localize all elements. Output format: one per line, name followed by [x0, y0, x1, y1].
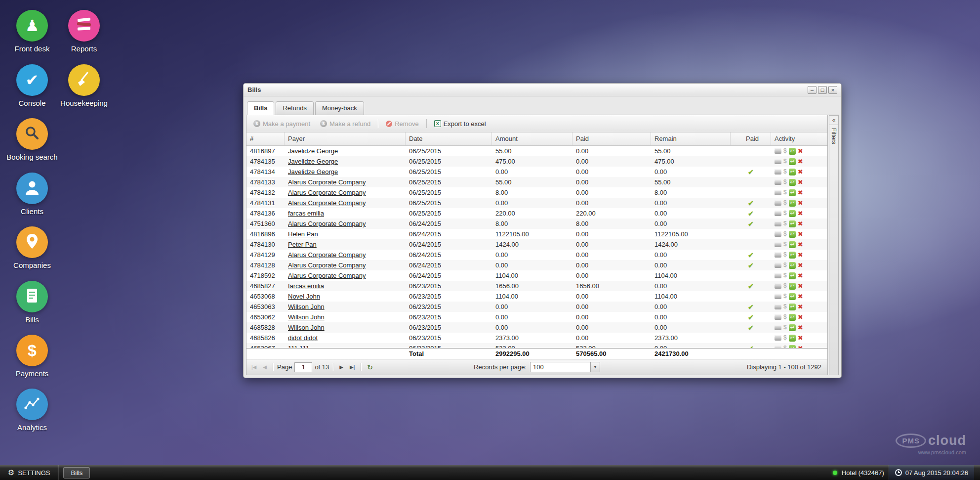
payment-action-icon[interactable]: $ — [783, 198, 787, 208]
payment-action-icon[interactable]: $ — [783, 302, 787, 312]
print-icon[interactable] — [775, 304, 781, 309]
moneyback-action-icon[interactable]: ↩ — [789, 210, 796, 217]
moneyback-action-icon[interactable]: ↩ — [789, 304, 796, 310]
tab-bills[interactable]: Bills — [247, 101, 274, 115]
print-icon[interactable] — [775, 231, 781, 237]
moneyback-action-icon[interactable]: ↩ — [789, 283, 796, 290]
payer-link[interactable]: Novel John — [288, 293, 320, 300]
delete-action-icon[interactable]: ✖ — [798, 312, 803, 322]
table-row[interactable]: 4784128 Alarus Corporate Company 06/24/2… — [246, 260, 827, 270]
print-icon[interactable] — [775, 273, 781, 278]
column-header-amount[interactable]: Amount — [492, 132, 572, 145]
payer-link[interactable]: Alarus Corporate Company — [288, 199, 366, 207]
table-row[interactable]: 4784130 Peter Pan 06/24/2015 1424.00 0.0… — [246, 239, 827, 250]
payer-link[interactable]: Willson John — [288, 324, 325, 331]
delete-action-icon[interactable]: ✖ — [798, 187, 803, 198]
payment-action-icon[interactable]: $ — [783, 218, 787, 229]
grid-body[interactable]: 4816897 Javelidze George 06/25/2015 55.0… — [246, 146, 827, 348]
payer-link[interactable]: Willson John — [288, 303, 325, 310]
print-icon[interactable] — [775, 211, 781, 216]
print-icon[interactable] — [775, 283, 781, 289]
expand-filters-icon[interactable]: « — [829, 116, 838, 125]
payment-action-icon[interactable]: $ — [783, 270, 787, 281]
remove-button[interactable]: Remove — [382, 118, 422, 130]
next-page-icon[interactable]: ▶ — [337, 363, 345, 371]
table-row[interactable]: 4685826 didot didot 06/23/2015 2373.00 0… — [246, 333, 827, 343]
delete-action-icon[interactable]: ✖ — [798, 218, 803, 229]
delete-action-icon[interactable]: ✖ — [798, 291, 803, 302]
print-icon[interactable] — [775, 148, 781, 154]
delete-action-icon[interactable]: ✖ — [798, 146, 803, 156]
minimize-icon[interactable]: – — [808, 86, 817, 94]
moneyback-action-icon[interactable]: ↩ — [789, 189, 796, 196]
moneyback-action-icon[interactable]: ↩ — [789, 293, 796, 300]
moneyback-action-icon[interactable]: ↩ — [789, 231, 796, 238]
column-header-remain[interactable]: Remain — [651, 132, 731, 145]
payment-action-icon[interactable]: $ — [783, 208, 787, 218]
table-row[interactable]: 4685828 Willson John 06/23/2015 0.00 0.0… — [246, 322, 827, 333]
table-row[interactable]: 4784135 Javelidze George 06/25/2015 475.… — [246, 156, 827, 167]
payer-link[interactable]: Alarus Corporate Company — [288, 220, 366, 227]
payment-action-icon[interactable]: $ — [783, 291, 787, 302]
close-icon[interactable]: × — [828, 86, 837, 94]
delete-action-icon[interactable]: ✖ — [798, 167, 803, 177]
delete-action-icon[interactable]: ✖ — [798, 208, 803, 218]
moneyback-action-icon[interactable]: ↩ — [789, 262, 796, 269]
delete-action-icon[interactable]: ✖ — [798, 260, 803, 270]
table-row[interactable]: 4784129 Alarus Corporate Company 06/24/2… — [246, 250, 827, 260]
moneyback-action-icon[interactable]: ↩ — [789, 179, 796, 186]
print-icon[interactable] — [775, 252, 781, 258]
moneyback-action-icon[interactable]: ↩ — [789, 335, 796, 342]
moneyback-action-icon[interactable]: ↩ — [789, 272, 796, 279]
payment-action-icon[interactable]: $ — [783, 322, 787, 333]
print-icon[interactable] — [775, 325, 781, 330]
payer-link[interactable]: Javelidze George — [288, 168, 338, 175]
payer-link[interactable]: Javelidze George — [288, 147, 338, 155]
payer-link[interactable]: Helen Pan — [288, 230, 318, 238]
delete-action-icon[interactable]: ✖ — [798, 177, 803, 187]
payer-link[interactable]: 111 111 — [288, 345, 309, 348]
moneyback-action-icon[interactable]: ↩ — [789, 158, 796, 165]
table-row[interactable]: 4653063 Willson John 06/23/2015 0.00 0.0… — [246, 302, 827, 312]
payment-action-icon[interactable]: $ — [783, 312, 787, 322]
moneyback-action-icon[interactable]: ↩ — [789, 220, 796, 227]
print-icon[interactable] — [775, 190, 781, 195]
print-icon[interactable] — [775, 262, 781, 268]
desktop-icon-payments[interactable]: $ Payments — [0, 335, 64, 378]
delete-action-icon[interactable]: ✖ — [798, 343, 803, 348]
payment-action-icon[interactable]: $ — [783, 250, 787, 260]
column-header-number[interactable]: # — [246, 132, 285, 145]
print-icon[interactable] — [775, 242, 781, 247]
moneyback-action-icon[interactable]: ↩ — [789, 241, 796, 248]
payer-link[interactable]: Javelidze George — [288, 158, 338, 165]
refresh-icon[interactable]: ↻ — [365, 362, 375, 373]
delete-action-icon[interactable]: ✖ — [798, 198, 803, 208]
moneyback-action-icon[interactable]: ↩ — [789, 148, 796, 155]
delete-action-icon[interactable]: ✖ — [798, 302, 803, 312]
payment-action-icon[interactable]: $ — [783, 260, 787, 270]
payer-link[interactable]: farcas emilia — [288, 282, 324, 290]
payment-action-icon[interactable]: $ — [783, 156, 787, 167]
desktop-icon-booking-search[interactable]: Booking search — [0, 118, 64, 161]
moneyback-action-icon[interactable]: ↩ — [789, 252, 796, 259]
table-row[interactable]: 4816896 Helen Pan 06/24/2015 1122105.00 … — [246, 229, 827, 239]
payer-link[interactable]: Peter Pan — [288, 241, 317, 248]
print-icon[interactable] — [775, 179, 781, 185]
tab-money-back[interactable]: Money-back — [315, 101, 364, 115]
payment-action-icon[interactable]: $ — [783, 281, 787, 291]
payer-link[interactable]: Alarus Corporate Company — [288, 251, 366, 259]
column-header-payer[interactable]: Payer — [285, 132, 406, 145]
payment-action-icon[interactable]: $ — [783, 229, 787, 239]
desktop-icon-bills[interactable]: Bills — [0, 281, 64, 324]
settings-menu-button[interactable]: ⚙ SETTINGS — [0, 465, 58, 480]
delete-action-icon[interactable]: ✖ — [798, 281, 803, 291]
desktop-icon-clients[interactable]: Clients — [0, 173, 64, 216]
prev-page-icon[interactable]: ◀ — [261, 363, 269, 371]
table-row[interactable]: 4784133 Alarus Corporate Company 06/25/2… — [246, 177, 827, 187]
make-payment-button[interactable]: $ Make a payment — [249, 118, 314, 130]
moneyback-action-icon[interactable]: ↩ — [789, 324, 796, 331]
last-page-icon[interactable]: ▶| — [348, 363, 357, 371]
table-row[interactable]: 4653062 Willson John 06/23/2015 0.00 0.0… — [246, 312, 827, 322]
payment-action-icon[interactable]: $ — [783, 239, 787, 250]
column-header-activity[interactable]: Activity — [771, 132, 827, 145]
